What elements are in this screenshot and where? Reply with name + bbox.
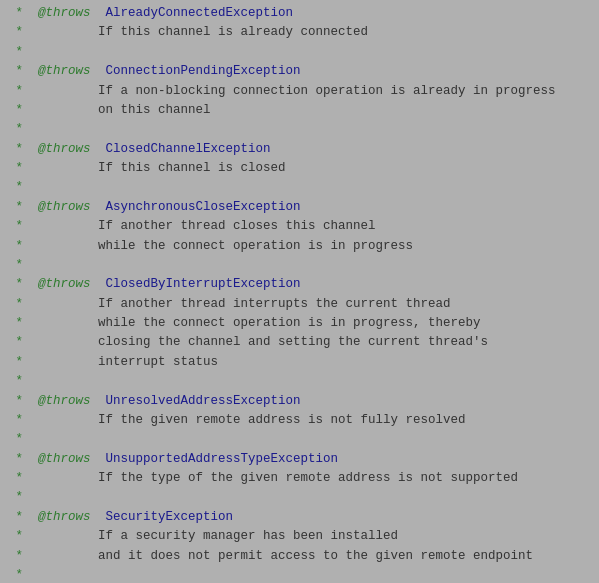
star: * — [8, 469, 23, 488]
code-line: * — [8, 120, 591, 139]
star: * — [8, 43, 23, 62]
desc-text: interrupt status — [23, 353, 218, 372]
code-line: * If the given remote address is not ful… — [8, 411, 591, 430]
star: * — [8, 101, 23, 120]
star: * — [8, 430, 23, 449]
exception-name: ConnectionPendingException — [106, 62, 301, 81]
star: * — [8, 547, 23, 566]
desc-text: while the connect operation is in progre… — [23, 314, 481, 333]
star: * — [8, 159, 23, 178]
exception-name: AsynchronousCloseException — [106, 198, 301, 217]
throws-tag: @throws — [31, 450, 91, 469]
code-line: * @throws ConnectionPendingException — [8, 62, 591, 81]
exception-name: ClosedByInterruptException — [106, 275, 301, 294]
desc-text: If a non-blocking connection operation i… — [23, 82, 556, 101]
code-line: * @throws ClosedChannelException — [8, 140, 591, 159]
code-line: * — [8, 43, 591, 62]
star: * — [8, 333, 23, 352]
star: * — [8, 140, 23, 159]
exception-name: AlreadyConnectedException — [106, 4, 294, 23]
throws-tag: @throws — [31, 198, 91, 217]
desc-text: If another thread closes this channel — [23, 217, 376, 236]
star: * — [8, 4, 23, 23]
star: * — [8, 314, 23, 333]
code-line: * interrupt status — [8, 353, 591, 372]
code-line: * If this channel is already connected — [8, 23, 591, 42]
exception-name: UnresolvedAddressException — [106, 392, 301, 411]
code-line: * @throws ClosedByInterruptException — [8, 275, 591, 294]
star: * — [8, 23, 23, 42]
star: * — [8, 217, 23, 236]
code-line: * while the connect operation is in prog… — [8, 237, 591, 256]
throws-tag: @throws — [31, 275, 91, 294]
throws-tag: @throws — [31, 508, 91, 527]
star: * — [8, 353, 23, 372]
desc-text: closing the channel and setting the curr… — [23, 333, 488, 352]
code-line: * @throws AsynchronousCloseException — [8, 198, 591, 217]
throws-tag: @throws — [31, 140, 91, 159]
star: * — [8, 62, 23, 81]
star: * — [8, 198, 23, 217]
star: * — [8, 275, 23, 294]
star: * — [8, 488, 23, 507]
code-line: * If another thread closes this channel — [8, 217, 591, 236]
code-line: * and it does not permit access to the g… — [8, 547, 591, 566]
code-line: * If a security manager has been install… — [8, 527, 591, 546]
code-line: * closing the channel and setting the cu… — [8, 333, 591, 352]
desc-text: If this channel is closed — [23, 159, 286, 178]
desc-text: If this channel is already connected — [23, 23, 368, 42]
code-line: * @throws AlreadyConnectedException — [8, 4, 591, 23]
throws-tag: @throws — [31, 392, 91, 411]
star: * — [8, 527, 23, 546]
throws-tag: @throws — [31, 62, 91, 81]
star: * — [8, 411, 23, 430]
code-line: * @throws UnresolvedAddressException — [8, 392, 591, 411]
code-line: * If another thread interrupts the curre… — [8, 295, 591, 314]
star: * — [8, 392, 23, 411]
code-line: * If the type of the given remote addres… — [8, 469, 591, 488]
star: * — [8, 450, 23, 469]
desc-text: If another thread interrupts the current… — [23, 295, 451, 314]
code-line: * If this channel is closed — [8, 159, 591, 178]
code-line: * — [8, 178, 591, 197]
desc-text: on this channel — [23, 101, 211, 120]
code-line: * — [8, 488, 591, 507]
code-line: * on this channel — [8, 101, 591, 120]
desc-text: while the connect operation is in progre… — [23, 237, 413, 256]
star: * — [8, 178, 23, 197]
star: * — [8, 566, 23, 583]
throws-tag: @throws — [31, 4, 91, 23]
desc-text: If the type of the given remote address … — [23, 469, 518, 488]
code-line: * If a non-blocking connection operation… — [8, 82, 591, 101]
exception-name: ClosedChannelException — [106, 140, 271, 159]
exception-name: SecurityException — [106, 508, 234, 527]
code-line: * — [8, 256, 591, 275]
star: * — [8, 237, 23, 256]
star: * — [8, 295, 23, 314]
star: * — [8, 508, 23, 527]
code-comment-block: * @throws AlreadyConnectedException * If… — [0, 0, 599, 583]
code-line: * — [8, 372, 591, 391]
desc-text: and it does not permit access to the giv… — [23, 547, 533, 566]
code-line: * @throws UnsupportedAddressTypeExceptio… — [8, 450, 591, 469]
desc-text: If the given remote address is not fully… — [23, 411, 466, 430]
star: * — [8, 120, 23, 139]
star: * — [8, 256, 23, 275]
star: * — [8, 372, 23, 391]
code-line: * while the connect operation is in prog… — [8, 314, 591, 333]
desc-text: If a security manager has been installed — [23, 527, 398, 546]
code-line: * — [8, 430, 591, 449]
code-line: * @throws SecurityException — [8, 508, 591, 527]
star: * — [8, 82, 23, 101]
exception-name: UnsupportedAddressTypeException — [106, 450, 339, 469]
code-line: * — [8, 566, 591, 583]
